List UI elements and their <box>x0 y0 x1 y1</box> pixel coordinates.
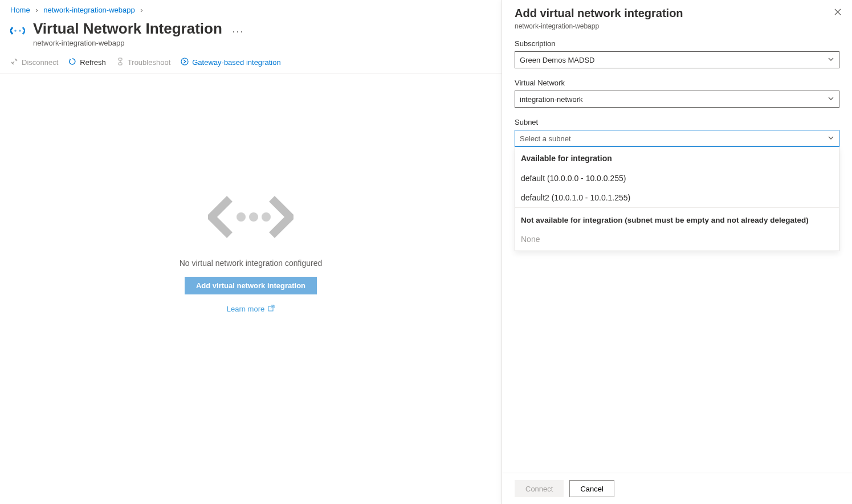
svg-point-1 <box>19 30 21 32</box>
svg-point-7 <box>249 212 258 222</box>
page-subtitle: network-integration-webapp <box>33 39 491 47</box>
chevron-down-icon <box>827 56 834 64</box>
svg-rect-2 <box>119 58 122 60</box>
disconnect-button: Disconnect <box>10 58 58 67</box>
subscription-value: Green Demos MADSD <box>520 56 594 64</box>
subnet-select[interactable]: Select a subnet <box>515 130 839 147</box>
learn-more-label: Learn more <box>227 305 264 313</box>
breadcrumb-webapp[interactable]: network-integration-webapp <box>43 6 134 14</box>
subscription-label: Subscription <box>515 39 839 48</box>
refresh-label: Refresh <box>80 58 106 67</box>
troubleshoot-button: Troubleshoot <box>116 58 170 67</box>
troubleshoot-label: Troubleshoot <box>128 58 170 67</box>
more-actions-icon[interactable]: ··· <box>232 26 244 37</box>
close-icon[interactable] <box>834 8 842 18</box>
breadcrumb: Home › network-integration-webapp › <box>10 6 491 14</box>
panel-header: Add virtual network integration network-… <box>502 0 852 39</box>
arrow-right-circle-icon <box>181 58 189 67</box>
vnet-field: Virtual Network integration-network <box>515 79 839 108</box>
subnet-placeholder: Select a subnet <box>520 134 571 143</box>
vnet-select[interactable]: integration-network <box>515 91 839 108</box>
panel-subtitle: network-integration-webapp <box>515 22 839 30</box>
gateway-label: Gateway-based integration <box>192 58 280 67</box>
subscription-select[interactable]: Green Demos MADSD <box>515 51 839 68</box>
disconnect-icon <box>10 58 18 67</box>
panel-title: Add virtual network integration <box>515 7 839 20</box>
subnet-field: Subnet Select a subnet Available for int… <box>515 118 839 251</box>
empty-state: No virtual network integration configure… <box>10 193 491 313</box>
gateway-integration-button[interactable]: Gateway-based integration <box>181 58 280 67</box>
vnet-empty-icon <box>208 193 293 243</box>
chevron-down-icon <box>827 134 834 143</box>
vnet-integration-icon <box>10 23 25 40</box>
command-bar: Disconnect Refresh Troubleshoot Gateway-… <box>0 52 502 73</box>
svg-rect-3 <box>119 63 122 65</box>
page-header: Virtual Network Integration ··· network-… <box>10 20 491 47</box>
vnet-label: Virtual Network <box>515 79 839 87</box>
cancel-button[interactable]: Cancel <box>569 480 614 497</box>
svg-point-5 <box>181 58 188 65</box>
chevron-down-icon <box>827 95 834 104</box>
main-content: Home › network-integration-webapp › Virt… <box>0 0 502 504</box>
chevron-right-icon: › <box>140 6 142 14</box>
breadcrumb-home[interactable]: Home <box>10 6 30 14</box>
panel-body: Subscription Green Demos MADSD Virtual N… <box>502 39 852 473</box>
subnet-dropdown: Available for integration default (10.0.… <box>515 147 839 251</box>
vnet-value: integration-network <box>520 95 583 104</box>
subnet-label: Subnet <box>515 118 839 126</box>
refresh-button[interactable]: Refresh <box>68 58 106 67</box>
svg-point-8 <box>262 212 271 222</box>
not-available-header: Not available for integration (subnet mu… <box>515 207 839 230</box>
refresh-icon <box>68 58 76 67</box>
svg-point-0 <box>14 30 17 32</box>
learn-more-link[interactable]: Learn more <box>227 305 275 313</box>
subscription-field: Subscription Green Demos MADSD <box>515 39 839 68</box>
empty-message: No virtual network integration configure… <box>180 259 323 268</box>
panel-footer: Connect Cancel <box>502 473 852 504</box>
troubleshoot-icon <box>116 58 124 67</box>
add-vnet-integration-button[interactable]: Add virtual network integration <box>185 277 317 294</box>
disconnect-label: Disconnect <box>22 58 58 67</box>
chevron-right-icon: › <box>35 6 38 14</box>
external-link-icon <box>268 305 275 313</box>
add-vnet-integration-panel: Add virtual network integration network-… <box>502 0 852 504</box>
connect-button: Connect <box>515 480 564 497</box>
available-header: Available for integration <box>515 147 839 169</box>
subnet-option-default2[interactable]: default2 (10.0.1.0 - 10.0.1.255) <box>515 188 839 207</box>
not-available-none: None <box>515 230 839 251</box>
svg-point-6 <box>237 212 246 222</box>
page-title: Virtual Network Integration <box>33 20 222 38</box>
subnet-option-default[interactable]: default (10.0.0.0 - 10.0.0.255) <box>515 169 839 188</box>
